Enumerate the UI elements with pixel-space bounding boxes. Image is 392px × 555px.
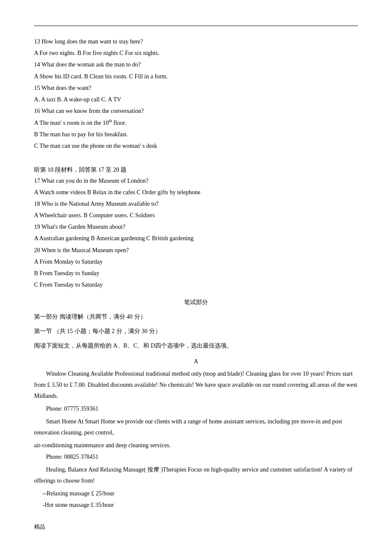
- q17-options: A Watch some videos B Relax in the cafes…: [34, 187, 358, 198]
- q18-options: A Wheelchair users. B Computer users. C …: [34, 210, 358, 221]
- q14-text: 14 What does the woman ask the man to do…: [34, 61, 141, 68]
- section-a-label: A: [34, 358, 358, 365]
- q19-text: 19 What's the Garden Museum about?: [34, 224, 125, 230]
- q16-option-a-end: floor.: [112, 120, 126, 126]
- passage-a-para2b-text: air-conditioning maintenance and deep cl…: [34, 442, 171, 449]
- written-header: 笔试部分: [34, 299, 358, 306]
- passage-a-para2b: air-conditioning maintenance and deep cl…: [34, 440, 358, 451]
- listening-header-text: 听第 10 段材料，回答第 17 至 20 题: [34, 167, 127, 173]
- question-19: 19 What's the Garden Museum about?: [34, 221, 358, 232]
- question-15: 15 What does the want?: [34, 83, 358, 93]
- passage-a-phone1: Phone: 07775 359361: [34, 403, 358, 414]
- massage-1-text: --Relaxing massage £ 25/hour: [43, 490, 114, 497]
- superscript-th: th: [109, 118, 112, 123]
- passage-a: Window Cleaning Available Professional t…: [34, 368, 358, 510]
- instruction-text: 阅读下面短文，从每题所给的 A、B、C、和 D四个选项中，选出最佳选项。: [34, 342, 233, 349]
- question-20: 20 When is the Musical Museum open?: [34, 245, 358, 256]
- q13-text: 13 How long does the man want to stay he…: [34, 38, 143, 45]
- question-16: 16 What can we know from the conversatio…: [34, 106, 358, 116]
- massage-2: -Hot stone massage £ 35/hour: [43, 500, 358, 510]
- q16-option-b-text: B The man has to pay for his breakfast.: [34, 131, 128, 138]
- q20-text: 20 When is the Musical Museum open?: [34, 247, 129, 253]
- question-14: 14 What does the woman ask the man to do…: [34, 59, 358, 70]
- q15-options: A. A taxi B. A wake-up call C. A TV: [34, 94, 358, 105]
- q17-text: 17 What can you do in the Museum of Lond…: [34, 178, 148, 184]
- q13-options: A For two nights. B For five nights C Fo…: [34, 48, 358, 58]
- part1-title-text: 第一部分 阅读理解（共两节，满分 40 分）: [34, 313, 146, 320]
- part1-title: 第一部分 阅读理解（共两节，满分 40 分）: [34, 313, 358, 321]
- q16-option-b: B The man has to pay for his breakfast.: [34, 129, 358, 140]
- q20-option-c-text: C From Tuesday to Saturday: [34, 282, 103, 288]
- question-17: 17 What can you do in the Museum of Lond…: [34, 175, 358, 186]
- question-13: 13 How long does the man want to stay he…: [34, 36, 358, 47]
- passage-a-phone1-text: Phone: 07775 359361: [46, 405, 98, 412]
- q17-options-text: A Watch some videos B Relax in the cafes…: [34, 189, 200, 196]
- section1-title-text: 第一节 （共 15 小题；每小题 2 分，满分 30 分）: [34, 328, 161, 334]
- q20-option-b-text: B From Tuesday to Sunday: [34, 270, 99, 276]
- passage-a-para2: Smart Home At Smart Home we provide our …: [34, 416, 358, 438]
- blank-space-1: [34, 157, 358, 161]
- top-divider: [34, 26, 358, 26]
- question-18: 18 Who is the National Army Museum avail…: [34, 198, 358, 209]
- passage-a-para3: Healing, Balance And Relaxing Massage( 按…: [34, 464, 358, 486]
- written-section: 笔试部分 第一部分 阅读理解（共两节，满分 40 分） 第一节 （共 15 小题…: [34, 299, 358, 510]
- section-a-label-text: A: [194, 358, 198, 365]
- q15-options-text: A. A taxi B. A wake-up call C. A TV: [34, 96, 121, 103]
- q20-option-a: A From Monday to Saturday: [34, 256, 358, 267]
- q13-options-text: A For two nights. B For five nights C Fo…: [34, 50, 159, 56]
- passage-a-para1: Window Cleaning Available Professional t…: [34, 368, 358, 402]
- passage-a-para2-text: Smart Home At Smart Home we provide our …: [34, 418, 342, 436]
- passage-a-phone2-text: Phone: 08825 378451: [46, 454, 98, 460]
- q15-text: 15 What does the want?: [34, 85, 91, 91]
- footer-note: 精品: [34, 523, 358, 531]
- q16-option-a: A The man' s room is on the 10th floor.: [34, 117, 358, 128]
- q18-options-text: A Wheelchair users. B Computer users. C …: [34, 212, 155, 219]
- passage-a-para3-text: Healing, Balance And Relaxing Massage( 按…: [34, 466, 352, 484]
- q20-option-b: B From Tuesday to Sunday: [34, 268, 358, 279]
- listening-header: 听第 10 段材料，回答第 17 至 20 题: [34, 166, 358, 174]
- q18-text: 18 Who is the National Army Museum avail…: [34, 201, 159, 207]
- q16-option-c: C The man can use the phone on the woman…: [34, 141, 358, 151]
- written-header-text: 笔试部分: [184, 299, 208, 305]
- section1-title: 第一节 （共 15 小题；每小题 2 分，满分 30 分）: [34, 328, 358, 335]
- q16-option-c-text: C The man can use the phone on the woman…: [34, 143, 157, 149]
- q20-option-c: C From Tuesday to Saturday: [34, 279, 358, 290]
- passage-a-para1-text: Window Cleaning Available Professional t…: [34, 371, 357, 399]
- q20-option-a-text: A From Monday to Saturday: [34, 259, 103, 265]
- q19-options-text: A Australian gardening B American garden…: [34, 235, 193, 242]
- q14-options: A Show his ID card. B Clean his room. C …: [34, 71, 358, 82]
- footer-note-text: 精品: [34, 523, 45, 530]
- massage-1: --Relaxing massage £ 25/hour: [43, 488, 358, 499]
- q14-options-text: A Show his ID card. B Clean his room. C …: [34, 73, 167, 80]
- instruction: 阅读下面短文，从每题所给的 A、B、C、和 D四个选项中，选出最佳选项。: [34, 342, 358, 350]
- passage-a-phone2: Phone: 08825 378451: [34, 451, 358, 463]
- massage-2-text: -Hot stone massage £ 35/hour: [43, 502, 114, 508]
- q16-option-a-text: A The man' s room is on the 10: [34, 120, 109, 126]
- q19-options: A Australian gardening B American garden…: [34, 233, 358, 244]
- q16-text: 16 What can we know from the conversatio…: [34, 108, 144, 114]
